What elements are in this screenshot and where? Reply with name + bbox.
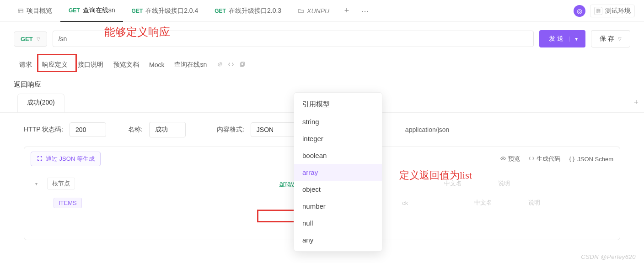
tab-label: 在线升级接口2.0.3	[229, 7, 281, 15]
type-dropdown: 引用模型 string integer boolean array object…	[294, 92, 382, 252]
subtab-response-def[interactable]: 响应定义	[42, 61, 68, 69]
dropdown-opt-string[interactable]: string	[294, 113, 382, 130]
status-code-input[interactable]: 200	[70, 122, 106, 137]
preview-button[interactable]: 预览	[500, 155, 520, 163]
save-button[interactable]: 保 存 ▽	[591, 30, 630, 47]
chevron-down-icon[interactable]: ▼	[569, 37, 579, 42]
request-row: GET ▽ /sn 发 送 ▼ 保 存 ▽ 能够定义响应	[0, 22, 644, 56]
dropdown-opt-number[interactable]: number	[294, 198, 382, 215]
schema-actions: 预览 生成代码 {} JSON Schem	[500, 155, 613, 163]
send-label: 发 送	[549, 35, 564, 43]
col-chinese-name: 中文名	[474, 199, 525, 207]
name-input[interactable]: 成功	[149, 122, 186, 137]
add-response-tab[interactable]: +	[633, 98, 639, 107]
content-format-label: 内容格式:	[217, 126, 244, 134]
col-desc: 说明	[498, 179, 548, 188]
compass-button[interactable]: ◎	[574, 5, 585, 17]
col-desc: 说明	[528, 199, 579, 207]
chevron-down-icon: ▽	[37, 37, 40, 42]
save-label: 保 存	[600, 35, 614, 43]
mime-value: application/json	[405, 126, 450, 133]
dropdown-opt-array[interactable]: array	[294, 164, 382, 181]
top-tabs: 项目概览 GET 查询在线sn GET 在线升级接口2.0.4 GET 在线升级…	[0, 0, 644, 22]
json-schema-button[interactable]: {} JSON Schem	[569, 156, 613, 163]
items-name-chip: ITEMS	[54, 198, 82, 208]
code-icon[interactable]	[228, 61, 234, 69]
response-tab-success[interactable]: 成功(200)	[17, 94, 64, 112]
dropdown-opt-object[interactable]: object	[294, 181, 382, 198]
svg-rect-0	[18, 9, 23, 13]
tab-query-sn[interactable]: GET 查询在线sn	[60, 0, 123, 22]
dropdown-opt-ref-model[interactable]: 引用模型	[294, 95, 382, 113]
code-icon	[528, 155, 535, 163]
tab-method: GET	[215, 8, 226, 14]
root-type-select[interactable]: array	[279, 180, 294, 187]
env-badge: 测	[594, 7, 602, 15]
tab-label: 在线升级接口2.0.4	[145, 7, 198, 15]
gen-btn-label: 通过 JSON 等生成	[46, 155, 95, 163]
send-button[interactable]: 发 送 ▼	[539, 30, 585, 47]
dropdown-opt-boolean[interactable]: boolean	[294, 147, 382, 164]
compass-icon: ◎	[577, 7, 582, 15]
layout-icon	[17, 8, 24, 14]
watermark: CSDN @Perley620	[581, 253, 636, 260]
dropdown-opt-integer[interactable]: integer	[294, 130, 382, 147]
generate-from-json-button[interactable]: 通过 JSON 等生成	[31, 152, 101, 166]
tab-more[interactable]: ⋯	[356, 0, 374, 22]
braces-icon: {}	[569, 156, 576, 163]
tab-label: 查询在线sn	[83, 6, 115, 15]
subtab-name: 查询在线sn	[174, 61, 207, 69]
dropdown-opt-null[interactable]: null	[294, 215, 382, 231]
url-value: /sn	[59, 35, 67, 42]
tab-folder-label: XUNPU	[307, 7, 329, 15]
env-select[interactable]: 测 测试环境	[590, 5, 635, 17]
env-zone: ◎ 测 测试环境	[574, 5, 635, 17]
tab-upgrade-203[interactable]: GET 在线升级接口2.0.3	[206, 0, 290, 22]
collapse-toggle-icon[interactable]: ▾	[35, 181, 42, 186]
tab-upgrade-204[interactable]: GET 在线升级接口2.0.4	[123, 0, 206, 22]
tab-method: GET	[131, 8, 143, 14]
copy-icon[interactable]	[239, 61, 245, 69]
col-ck: ck	[402, 200, 452, 206]
status-code-label: HTTP 状态码:	[24, 126, 63, 134]
method-value: GET	[21, 36, 33, 42]
url-input[interactable]: /sn	[53, 31, 534, 47]
subtab-preview-doc[interactable]: 预览文档	[113, 61, 139, 69]
sub-tabs: 请求 响应定义 接口说明 预览文档 Mock 查询在线sn	[0, 56, 644, 74]
tab-overview-label: 项目概览	[27, 7, 52, 15]
return-response-title: 返回响应	[0, 74, 644, 93]
svg-point-5	[502, 158, 504, 159]
generate-code-button[interactable]: 生成代码	[528, 155, 560, 163]
folder-icon	[298, 8, 304, 14]
chevron-down-icon: ▽	[618, 37, 622, 42]
tab-folder-xunpu[interactable]: XUNPU	[290, 0, 338, 22]
method-select[interactable]: GET ▽	[14, 32, 47, 47]
name-label: 名称:	[128, 126, 143, 134]
link-icon[interactable]	[217, 61, 223, 69]
tab-add[interactable]: +	[338, 0, 356, 22]
root-name-chip: 根节点	[47, 178, 75, 189]
env-label: 测试环境	[605, 7, 631, 15]
dropdown-opt-any[interactable]: any	[294, 231, 382, 248]
sub-extras	[217, 61, 245, 69]
col-chinese-name: 中文名	[444, 179, 494, 188]
eye-icon	[500, 155, 506, 163]
subtab-interface-desc[interactable]: 接口说明	[78, 61, 103, 69]
tab-overview[interactable]: 项目概览	[9, 0, 60, 22]
tab-method: GET	[69, 7, 80, 14]
scan-icon	[37, 155, 43, 163]
subtab-mock[interactable]: Mock	[149, 61, 164, 68]
subtab-request[interactable]: 请求	[19, 61, 32, 69]
